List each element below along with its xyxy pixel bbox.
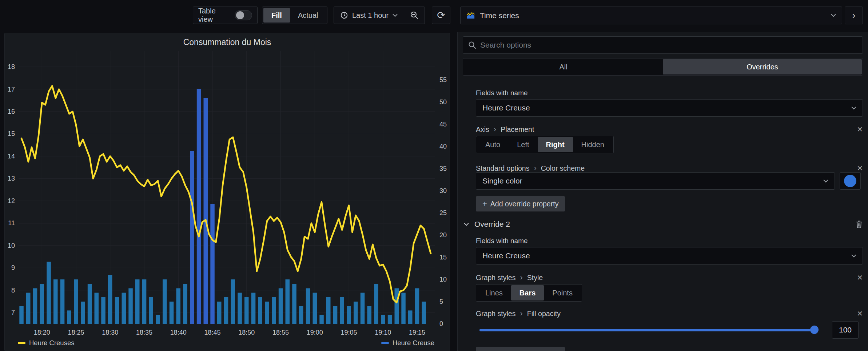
override-2-title: Override 2 bbox=[474, 220, 510, 229]
chevron-down-icon bbox=[851, 106, 856, 110]
chevron-right-icon: › bbox=[494, 125, 496, 133]
color-swatch-circle bbox=[844, 175, 856, 187]
placement-left[interactable]: Left bbox=[509, 137, 537, 152]
svg-text:11: 11 bbox=[8, 219, 15, 227]
svg-text:10: 10 bbox=[8, 242, 15, 249]
plus-icon: + bbox=[482, 199, 487, 209]
svg-text:13: 13 bbox=[8, 175, 15, 182]
visualization-picker[interactable]: Time series bbox=[460, 7, 842, 24]
style-bars[interactable]: Bars bbox=[511, 285, 544, 300]
fill-opacity-slider-track[interactable] bbox=[479, 329, 814, 331]
placement-hidden[interactable]: Hidden bbox=[573, 137, 613, 152]
rule-category: Standard options bbox=[476, 164, 529, 173]
remove-rule-button[interactable]: ✕ bbox=[857, 309, 863, 318]
color-scheme-value: Single color bbox=[482, 177, 522, 185]
style-lines[interactable]: Lines bbox=[477, 285, 511, 300]
svg-text:18:30: 18:30 bbox=[102, 329, 118, 336]
svg-text:16: 16 bbox=[8, 108, 15, 115]
svg-text:8: 8 bbox=[11, 287, 15, 294]
svg-text:9: 9 bbox=[11, 264, 15, 271]
collapse-pane-button[interactable]: › bbox=[845, 7, 863, 24]
rule-category: Graph styles bbox=[476, 310, 515, 318]
legend-label: Heure Creuses bbox=[29, 339, 74, 347]
legend-item-heure-creuses[interactable]: Heure Creuses bbox=[18, 339, 74, 347]
svg-text:18:25: 18:25 bbox=[68, 329, 84, 336]
svg-text:18:45: 18:45 bbox=[204, 329, 220, 336]
refresh-button[interactable]: ⟳ bbox=[432, 7, 450, 24]
svg-text:55: 55 bbox=[439, 76, 447, 84]
svg-text:10: 10 bbox=[439, 276, 447, 283]
time-range-group: Last 1 hour bbox=[334, 7, 425, 24]
refresh-icon: ⟳ bbox=[437, 9, 445, 21]
actual-button[interactable]: Actual bbox=[290, 8, 326, 23]
svg-text:14: 14 bbox=[8, 153, 15, 160]
search-icon bbox=[468, 41, 476, 49]
rule-property: Fill opacity bbox=[527, 310, 561, 318]
options-pane: Time series › All Overrides Fields with … bbox=[460, 0, 863, 351]
override-rule-color-scheme: Standard options › Color scheme ✕ bbox=[476, 164, 863, 173]
trash-icon[interactable] bbox=[855, 220, 863, 229]
svg-text:17: 17 bbox=[8, 86, 15, 93]
svg-text:18:20: 18:20 bbox=[34, 329, 50, 336]
chevron-right-icon: › bbox=[852, 10, 856, 21]
time-range-picker[interactable]: Last 1 hour bbox=[334, 7, 404, 24]
svg-text:15: 15 bbox=[439, 254, 447, 261]
legend-item-heure-creuse[interactable]: Heure Creuse bbox=[381, 339, 434, 347]
options-tabs: All Overrides bbox=[463, 58, 863, 76]
override-rule-fill-opacity: Graph styles › Fill opacity ✕ bbox=[476, 309, 863, 318]
svg-text:45: 45 bbox=[439, 121, 447, 128]
svg-text:30: 30 bbox=[439, 187, 447, 194]
search-options-field bbox=[463, 36, 863, 54]
rule-category: Axis bbox=[476, 125, 489, 134]
svg-text:25: 25 bbox=[439, 209, 447, 217]
color-scheme-select[interactable]: Single color bbox=[476, 172, 835, 190]
clock-icon bbox=[340, 11, 348, 19]
svg-text:18:35: 18:35 bbox=[136, 329, 152, 336]
svg-text:18:40: 18:40 bbox=[170, 329, 187, 336]
fill-button[interactable]: Fill bbox=[263, 8, 290, 23]
remove-rule-button[interactable]: ✕ bbox=[857, 164, 863, 173]
svg-text:18:50: 18:50 bbox=[238, 329, 255, 336]
add-override-property-button[interactable]: + Add override property bbox=[476, 196, 565, 211]
chevron-right-icon: › bbox=[534, 164, 536, 172]
add-override-property-button[interactable]: + Add override property bbox=[476, 347, 565, 351]
legend-swatch-yellow bbox=[18, 342, 25, 344]
chevron-right-icon: › bbox=[520, 274, 522, 282]
svg-text:20: 20 bbox=[439, 231, 447, 239]
fields-with-name-label: Fields with name bbox=[476, 89, 528, 97]
legend-label: Heure Creuse bbox=[393, 339, 434, 347]
rule-property: Color scheme bbox=[541, 164, 585, 173]
override-rule-axis-placement: Axis › Placement ✕ bbox=[476, 125, 863, 134]
color-swatch-button[interactable] bbox=[840, 172, 861, 190]
magnifier-minus-icon bbox=[410, 11, 419, 20]
placement-auto[interactable]: Auto bbox=[477, 137, 509, 152]
remove-rule-button[interactable]: ✕ bbox=[857, 273, 863, 282]
search-input[interactable] bbox=[480, 41, 857, 49]
fill-opacity-slider-thumb[interactable] bbox=[810, 326, 819, 334]
timeseries-icon bbox=[466, 11, 475, 20]
table-view-toggle[interactable] bbox=[235, 10, 252, 20]
override-rule-graph-style: Graph styles › Style ✕ bbox=[476, 273, 863, 282]
chevron-down-icon bbox=[851, 254, 856, 258]
style-points[interactable]: Points bbox=[544, 285, 581, 300]
table-view-button[interactable]: Table view bbox=[193, 7, 258, 24]
svg-text:19:00: 19:00 bbox=[307, 329, 323, 336]
tab-all[interactable]: All bbox=[464, 59, 663, 74]
time-range-label: Last 1 hour bbox=[352, 11, 389, 20]
field-matcher-select[interactable]: Heure Creuse bbox=[476, 99, 863, 117]
grafana-panel-editor: { "toolbar": { "table_view_label": "Tabl… bbox=[0, 0, 868, 351]
axis-placement-radio-group: Auto Left Right Hidden bbox=[476, 136, 614, 153]
fill-opacity-value[interactable]: 100 bbox=[832, 321, 859, 339]
tab-overrides[interactable]: Overrides bbox=[663, 59, 862, 74]
field-matcher-value: Heure Creuse bbox=[482, 251, 530, 260]
svg-text:18:55: 18:55 bbox=[272, 329, 289, 336]
svg-text:5: 5 bbox=[439, 298, 443, 305]
placement-right[interactable]: Right bbox=[538, 137, 573, 152]
remove-rule-button[interactable]: ✕ bbox=[857, 125, 863, 134]
time-series-chart[interactable]: 7891011121314151617180510152025303540455… bbox=[5, 40, 450, 338]
svg-text:15: 15 bbox=[8, 130, 15, 137]
zoom-out-button[interactable] bbox=[404, 7, 425, 24]
override-2-header[interactable]: Override 2 bbox=[464, 220, 863, 229]
field-matcher-select[interactable]: Heure Creuse bbox=[476, 247, 863, 265]
chevron-down-icon bbox=[823, 179, 828, 183]
